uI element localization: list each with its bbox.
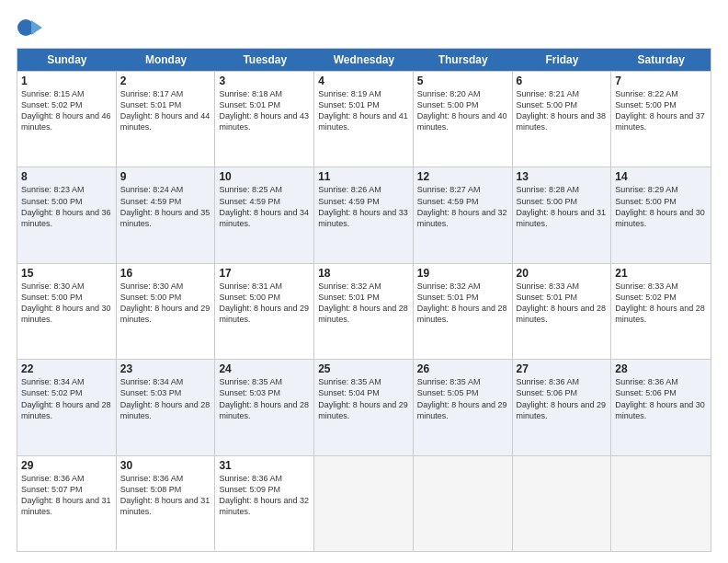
cell-info: Sunrise: 8:30 AMSunset: 5:00 PMDaylight:…	[120, 282, 210, 324]
header-saturday: Saturday	[611, 49, 711, 71]
calendar-cell	[611, 456, 711, 551]
header-thursday: Thursday	[414, 49, 513, 71]
day-number: 29	[21, 459, 112, 472]
calendar-cell: 15Sunrise: 8:30 AMSunset: 5:00 PMDayligh…	[17, 264, 117, 359]
calendar-cell: 7Sunrise: 8:22 AMSunset: 5:00 PMDaylight…	[611, 72, 711, 167]
day-number: 20	[517, 267, 608, 280]
calendar-cell: 24Sunrise: 8:35 AMSunset: 5:03 PMDayligh…	[215, 360, 314, 454]
calendar-cell: 14Sunrise: 8:29 AMSunset: 5:00 PMDayligh…	[611, 167, 711, 262]
calendar-cell: 1Sunrise: 8:15 AMSunset: 5:02 PMDaylight…	[17, 72, 117, 167]
calendar-cell: 5Sunrise: 8:20 AMSunset: 5:00 PMDaylight…	[414, 72, 513, 167]
cell-info: Sunrise: 8:35 AMSunset: 5:04 PMDaylight:…	[318, 377, 408, 419]
header-tuesday: Tuesday	[215, 49, 314, 71]
cell-info: Sunrise: 8:22 AMSunset: 5:00 PMDaylight:…	[615, 89, 705, 132]
day-number: 10	[219, 170, 310, 183]
calendar-cell: 29Sunrise: 8:36 AMSunset: 5:07 PMDayligh…	[17, 456, 117, 551]
cell-info: Sunrise: 8:30 AMSunset: 5:00 PMDaylight:…	[21, 282, 111, 324]
calendar-cell: 2Sunrise: 8:17 AMSunset: 5:01 PMDaylight…	[117, 72, 216, 167]
day-number: 24	[219, 362, 310, 375]
day-number: 30	[120, 459, 211, 472]
calendar-cell	[414, 456, 513, 551]
day-number: 11	[318, 170, 409, 183]
header-friday: Friday	[513, 49, 612, 71]
day-number: 3	[219, 75, 310, 87]
day-number: 26	[417, 362, 508, 375]
day-number: 12	[417, 170, 508, 183]
svg-marker-1	[31, 20, 42, 35]
calendar-cell: 23Sunrise: 8:34 AMSunset: 5:03 PMDayligh…	[117, 360, 216, 454]
calendar-cell: 4Sunrise: 8:19 AMSunset: 5:01 PMDaylight…	[314, 72, 414, 167]
calendar-cell: 31Sunrise: 8:36 AMSunset: 5:09 PMDayligh…	[215, 456, 314, 551]
day-number: 19	[417, 267, 508, 280]
cell-info: Sunrise: 8:34 AMSunset: 5:02 PMDaylight:…	[21, 377, 111, 419]
calendar-cell	[314, 456, 414, 551]
cell-info: Sunrise: 8:33 AMSunset: 5:01 PMDaylight:…	[517, 282, 607, 324]
day-number: 9	[120, 170, 211, 183]
day-number: 22	[21, 362, 112, 375]
cell-info: Sunrise: 8:35 AMSunset: 5:03 PMDaylight:…	[219, 377, 309, 419]
calendar-cell: 18Sunrise: 8:32 AMSunset: 5:01 PMDayligh…	[314, 264, 414, 359]
calendar-cell: 26Sunrise: 8:35 AMSunset: 5:05 PMDayligh…	[414, 360, 513, 454]
day-number: 25	[318, 362, 409, 375]
cell-info: Sunrise: 8:25 AMSunset: 4:59 PMDaylight:…	[219, 185, 309, 227]
cell-info: Sunrise: 8:31 AMSunset: 5:00 PMDaylight:…	[219, 282, 309, 324]
page-header	[17, 15, 711, 40]
cell-info: Sunrise: 8:27 AMSunset: 4:59 PMDaylight:…	[417, 185, 507, 227]
cell-info: Sunrise: 8:36 AMSunset: 5:09 PMDaylight:…	[219, 474, 309, 516]
day-number: 18	[318, 267, 409, 280]
calendar-cell: 8Sunrise: 8:23 AMSunset: 5:00 PMDaylight…	[17, 167, 117, 262]
cell-info: Sunrise: 8:32 AMSunset: 5:01 PMDaylight:…	[417, 282, 507, 324]
calendar-row-4: 22Sunrise: 8:34 AMSunset: 5:02 PMDayligh…	[17, 359, 711, 454]
calendar-cell: 10Sunrise: 8:25 AMSunset: 4:59 PMDayligh…	[215, 167, 314, 262]
calendar-cell: 17Sunrise: 8:31 AMSunset: 5:00 PMDayligh…	[215, 264, 314, 359]
calendar-row-5: 29Sunrise: 8:36 AMSunset: 5:07 PMDayligh…	[17, 455, 711, 551]
day-number: 8	[21, 170, 112, 183]
day-number: 31	[219, 459, 310, 472]
logo-icon	[17, 15, 42, 40]
cell-info: Sunrise: 8:32 AMSunset: 5:01 PMDaylight:…	[318, 282, 408, 324]
calendar-cell: 25Sunrise: 8:35 AMSunset: 5:04 PMDayligh…	[314, 360, 414, 454]
calendar-row-3: 15Sunrise: 8:30 AMSunset: 5:00 PMDayligh…	[17, 263, 711, 359]
calendar-cell: 19Sunrise: 8:32 AMSunset: 5:01 PMDayligh…	[414, 264, 513, 359]
calendar-header: Sunday Monday Tuesday Wednesday Thursday…	[17, 49, 711, 71]
day-number: 15	[21, 267, 112, 280]
calendar-cell: 11Sunrise: 8:26 AMSunset: 4:59 PMDayligh…	[314, 167, 414, 262]
calendar-body: 1Sunrise: 8:15 AMSunset: 5:02 PMDaylight…	[17, 71, 711, 551]
calendar-cell: 30Sunrise: 8:36 AMSunset: 5:08 PMDayligh…	[117, 456, 216, 551]
day-number: 2	[120, 75, 211, 87]
day-number: 7	[615, 75, 707, 87]
day-number: 17	[219, 267, 310, 280]
day-number: 21	[615, 267, 707, 280]
day-number: 16	[120, 267, 211, 280]
cell-info: Sunrise: 8:36 AMSunset: 5:06 PMDaylight:…	[615, 377, 705, 419]
header-sunday: Sunday	[17, 49, 117, 71]
cell-info: Sunrise: 8:17 AMSunset: 5:01 PMDaylight:…	[120, 89, 210, 132]
calendar-cell: 3Sunrise: 8:18 AMSunset: 5:01 PMDaylight…	[215, 72, 314, 167]
day-number: 5	[417, 75, 508, 87]
calendar: Sunday Monday Tuesday Wednesday Thursday…	[17, 48, 711, 552]
calendar-page: Sunday Monday Tuesday Wednesday Thursday…	[0, 0, 728, 563]
cell-info: Sunrise: 8:36 AMSunset: 5:07 PMDaylight:…	[21, 474, 111, 516]
cell-info: Sunrise: 8:34 AMSunset: 5:03 PMDaylight:…	[120, 377, 210, 419]
cell-info: Sunrise: 8:15 AMSunset: 5:02 PMDaylight:…	[21, 89, 111, 132]
header-wednesday: Wednesday	[314, 49, 414, 71]
cell-info: Sunrise: 8:23 AMSunset: 5:00 PMDaylight:…	[21, 185, 111, 227]
logo	[17, 15, 46, 40]
calendar-cell: 16Sunrise: 8:30 AMSunset: 5:00 PMDayligh…	[117, 264, 216, 359]
day-number: 1	[21, 75, 112, 87]
calendar-row-1: 1Sunrise: 8:15 AMSunset: 5:02 PMDaylight…	[17, 71, 711, 167]
header-monday: Monday	[117, 49, 216, 71]
calendar-cell: 22Sunrise: 8:34 AMSunset: 5:02 PMDayligh…	[17, 360, 117, 454]
calendar-row-2: 8Sunrise: 8:23 AMSunset: 5:00 PMDaylight…	[17, 167, 711, 262]
day-number: 14	[615, 170, 707, 183]
cell-info: Sunrise: 8:28 AMSunset: 5:00 PMDaylight:…	[517, 185, 607, 227]
day-number: 4	[318, 75, 409, 87]
calendar-cell: 21Sunrise: 8:33 AMSunset: 5:02 PMDayligh…	[611, 264, 711, 359]
day-number: 28	[615, 362, 707, 375]
calendar-cell: 13Sunrise: 8:28 AMSunset: 5:00 PMDayligh…	[513, 167, 612, 262]
cell-info: Sunrise: 8:26 AMSunset: 4:59 PMDaylight:…	[318, 185, 408, 227]
calendar-cell: 27Sunrise: 8:36 AMSunset: 5:06 PMDayligh…	[513, 360, 612, 454]
cell-info: Sunrise: 8:24 AMSunset: 4:59 PMDaylight:…	[120, 185, 210, 227]
calendar-cell	[513, 456, 612, 551]
day-number: 13	[517, 170, 608, 183]
